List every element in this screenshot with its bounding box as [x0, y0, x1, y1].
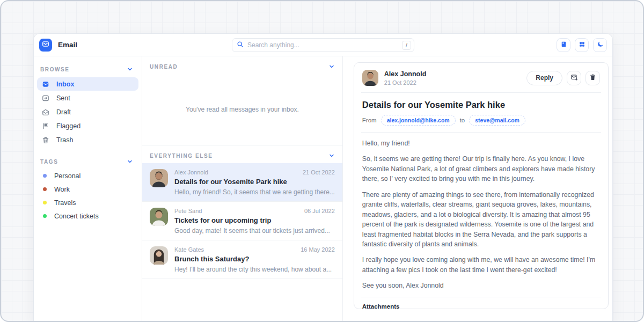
sidebar-item-draft[interactable]: Draft [37, 105, 138, 119]
moon-icon [597, 41, 604, 49]
message-preview: Hello, my friend! So, it seems that we a… [174, 188, 335, 196]
unread-empty-state: You've read all messages in your inbox. [142, 74, 342, 145]
sidebar-item-label: Draft [56, 108, 71, 116]
reading-list-button[interactable] [557, 38, 570, 52]
email-meta: From alex.jonnold@hike.com to steve@mail… [362, 115, 600, 126]
message-item-alex-jonnold[interactable]: Alex Jonnold 21 Oct 2022 Details for our… [142, 163, 342, 202]
message-summary: Alex Jonnold 21 Oct 2022 Details for our… [174, 169, 335, 196]
sidebar: BROWSE Inbox Sent [34, 56, 142, 322]
trash-icon [589, 74, 596, 82]
email-app-window: Email / [33, 33, 613, 322]
tag-item-concert-tickets[interactable]: Concert tickets [37, 209, 138, 223]
sidebar-item-label: Sent [56, 94, 70, 102]
message-date: 06 Jul 2022 [304, 208, 335, 214]
message-date: 16 May 2022 [301, 246, 335, 253]
avatar [362, 70, 378, 86]
tag-label: Concert tickets [54, 213, 99, 220]
avatar [150, 208, 168, 226]
sidebar-item-label: Trash [56, 136, 74, 144]
book-icon [560, 41, 567, 49]
tag-label: Travels [54, 199, 76, 207]
message-item-kate-gates[interactable]: Kate Gates 16 May 2022 Brunch this Satur… [142, 240, 342, 279]
envelope-icon [42, 40, 49, 50]
from-email-chip[interactable]: alex.jonnold@hike.com [381, 115, 456, 126]
tag-item-travels[interactable]: Travels [37, 196, 138, 209]
sender-info: Alex Jonnold 21 Oct 2022 [384, 70, 426, 86]
body-paragraph: I really hope you love coming along with… [362, 255, 600, 275]
email-body: Hello, my friend! So, it seems we are ge… [361, 138, 601, 291]
browse-section-header[interactable]: BROWSE [34, 62, 142, 77]
to-email-chip[interactable]: steve@mail.com [469, 115, 525, 126]
top-actions [557, 38, 607, 52]
search-bar[interactable]: / [232, 38, 414, 52]
tags-section-header[interactable]: TAGS [34, 154, 142, 169]
message-sender: Kate Gates [174, 246, 204, 253]
message-preview: Good day, mate! It seems that our ticket… [174, 227, 335, 235]
sidebar-item-label: Flagged [56, 122, 80, 130]
search-icon [237, 40, 244, 50]
avatar [150, 169, 168, 187]
chevron-down-icon[interactable] [328, 63, 335, 70]
flag-icon [42, 122, 49, 130]
tag-dot [43, 201, 47, 204]
email-actions: Reply [526, 71, 600, 85]
message-subject: Tickets for our upcoming trip [174, 216, 335, 224]
grid-icon [579, 41, 586, 49]
message-summary: Pete Sand 06 Jul 2022 Tickets for our up… [174, 208, 335, 235]
message-preview: Hey! I'll be around the city this weeken… [174, 266, 335, 273]
divider [361, 92, 601, 93]
message-subject: Details for our Yosemite Park hike [174, 178, 335, 186]
tag-label: Work [54, 186, 70, 193]
unread-section-header[interactable]: UNREAD [142, 56, 342, 74]
tag-item-personal[interactable]: Personal [37, 169, 138, 182]
message-sender: Pete Sand [174, 208, 202, 214]
divider [361, 132, 601, 133]
divider [361, 297, 601, 297]
tag-dot [43, 214, 47, 218]
message-list: UNREAD You've read all messages in your … [142, 56, 343, 322]
email-detail-header: Alex Jonnold 21 Oct 2022 Reply [361, 69, 601, 92]
body-paragraph: So, it seems we are getting there! Our t… [362, 154, 600, 184]
tag-item-work[interactable]: Work [37, 182, 138, 196]
search-shortcut-badge: / [402, 41, 411, 50]
tag-label: Personal [54, 172, 80, 180]
email-detail-card: Alex Jonnold 21 Oct 2022 Reply [354, 62, 609, 309]
email-date: 21 Oct 2022 [384, 79, 426, 86]
sent-icon [42, 94, 49, 102]
reply-button[interactable]: Reply [526, 71, 562, 85]
everything-else-section-title: EVERYTHING ELSE [150, 153, 213, 159]
body-paragraph: There are plenty of amazing things to se… [362, 190, 600, 250]
dark-mode-button[interactable] [593, 38, 607, 52]
tags-section-title: TAGS [40, 159, 58, 165]
sidebar-item-flagged[interactable]: Flagged [37, 119, 138, 133]
sender-name: Alex Jonnold [384, 70, 426, 78]
attachments-title: Attachments [362, 303, 600, 309]
forward-button[interactable] [567, 71, 581, 85]
delete-button[interactable] [586, 71, 600, 85]
trash-icon [42, 136, 49, 144]
tag-dot [43, 187, 47, 191]
search-input[interactable] [247, 41, 402, 49]
sidebar-item-inbox[interactable]: Inbox [37, 77, 138, 91]
sidebar-item-sent[interactable]: Sent [37, 91, 138, 105]
sidebar-item-trash[interactable]: Trash [37, 133, 138, 147]
sidebar-item-label: Inbox [56, 80, 74, 88]
app-title: Email [58, 41, 77, 49]
chevron-down-icon[interactable] [328, 152, 335, 159]
main-content: BROWSE Inbox Sent [34, 56, 612, 322]
envelope-plus-icon [570, 74, 578, 83]
message-date: 21 Oct 2022 [303, 169, 335, 175]
inbox-icon [42, 80, 49, 88]
everything-else-section-header[interactable]: EVERYTHING ELSE [142, 145, 342, 163]
tag-dot [43, 174, 47, 178]
message-summary: Kate Gates 16 May 2022 Brunch this Satur… [174, 246, 335, 273]
browse-section-title: BROWSE [40, 67, 70, 72]
chevron-down-icon[interactable] [127, 158, 133, 165]
chevron-down-icon[interactable] [127, 66, 133, 72]
message-item-pete-sand[interactable]: Pete Sand 06 Jul 2022 Tickets for our up… [142, 202, 342, 240]
email-detail-panel: Alex Jonnold 21 Oct 2022 Reply [343, 56, 612, 322]
body-paragraph: Hello, my friend! [362, 138, 600, 148]
unread-section-title: UNREAD [150, 64, 178, 70]
apps-grid-button[interactable] [575, 38, 589, 52]
body-paragraph: See you soon, Alex Jonnold [362, 281, 600, 290]
